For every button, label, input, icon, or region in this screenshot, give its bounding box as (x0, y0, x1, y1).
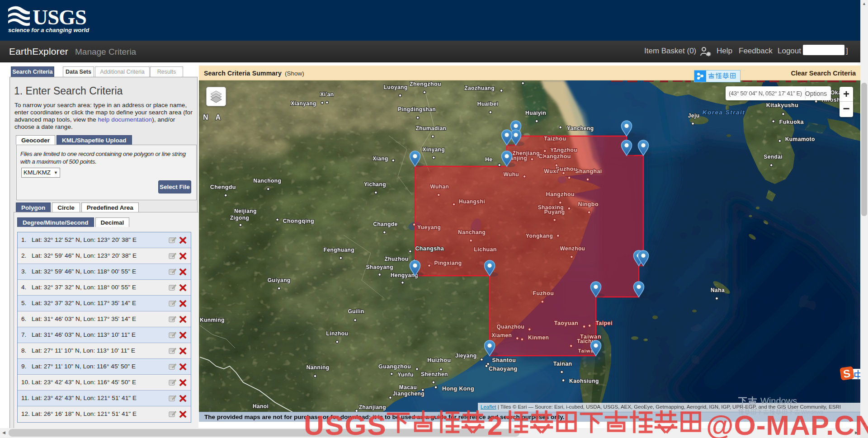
svg-text:Zhanjiang: Zhanjiang (359, 404, 386, 410)
svg-text:Chengdu: Chengdu (210, 184, 236, 190)
svg-text:Taoyuan: Taoyuan (554, 320, 578, 326)
svg-text:Neijiang: Neijiang (234, 208, 257, 214)
svg-text:Yichang: Yichang (364, 181, 386, 188)
svg-text:Puyang: Puyang (544, 209, 565, 215)
svg-text:Xinyang: Xinyang (423, 146, 445, 153)
svg-text:Hangzhou: Hangzhou (546, 191, 575, 198)
svg-text:Taipei: Taipei (595, 320, 613, 326)
svg-text:Pingxiang: Pingxiang (434, 260, 462, 266)
svg-text:Wuhu: Wuhu (503, 171, 519, 178)
svg-text:Yongkang: Yongkang (526, 233, 553, 239)
svg-text:science for a changing world: science for a changing world (8, 27, 90, 33)
svg-text:Kunming: Kunming (200, 317, 225, 323)
svg-text:Xianyang: Xianyang (291, 100, 316, 107)
svg-text:Ningbo: Ningbo (578, 201, 598, 207)
svg-text:Guangzhou: Guangzhou (378, 363, 411, 370)
svg-text:Macau: Macau (399, 384, 417, 391)
svg-text:Pingdingshan: Pingdingshan (398, 106, 436, 113)
svg-text:Kaohsiung: Kaohsiung (569, 378, 599, 384)
svg-text:Suzhou: Suzhou (556, 166, 577, 172)
svg-text:Kitakyushu: Kitakyushu (766, 102, 798, 108)
svg-text:Chaoyang: Chaoyang (489, 366, 518, 372)
svg-text:Huizhou: Huizhou (427, 357, 451, 363)
svg-text:Yueyang: Yueyang (417, 224, 441, 231)
svg-text:Taiwan: Taiwan (580, 334, 601, 340)
svg-text:Fukuoka: Fukuoka (779, 119, 804, 125)
svg-text:Changde: Changde (373, 221, 397, 227)
svg-text:Changsha: Changsha (415, 245, 444, 252)
svg-text:Jieyang: Jieyang (455, 353, 477, 359)
svg-text:Xiang: Xiang (373, 155, 388, 162)
svg-text:Nanchang: Nanchang (458, 229, 486, 235)
svg-text:Zhuzhou: Zhuzhou (385, 256, 409, 262)
svg-text:Jeju: Jeju (688, 113, 700, 119)
svg-text:Jiangcheng: Jiangcheng (392, 391, 425, 397)
svg-text:Quanzhou: Quanzhou (496, 324, 524, 330)
svg-text:Changzhou: Changzhou (538, 153, 571, 160)
svg-text:Zhenjiang: Zhenjiang (513, 150, 540, 156)
svg-text:Nanchong: Nanchong (253, 178, 281, 184)
svg-text:Nanning: Nanning (307, 364, 330, 371)
svg-text:USGS: USGS (33, 5, 86, 29)
svg-text:Lichuan: Lichuan (474, 246, 497, 253)
svg-text:Fuzhou: Fuzhou (533, 290, 554, 297)
svg-text:Zaozhuang: Zaozhuang (464, 85, 495, 91)
svg-text:Xiamen: Xiamen (491, 332, 512, 339)
svg-text:Hong Kong: Hong Kong (442, 386, 474, 392)
svg-text:Guilin: Guilin (348, 308, 364, 315)
svg-text:Huangshi: Huangshi (459, 198, 485, 205)
svg-text:Hanoi: Hanoi (253, 403, 269, 410)
svg-text:Sendai: Sendai (764, 154, 783, 160)
svg-text:Zhengzhou: Zhengzhou (410, 81, 441, 87)
svg-text:Guiyang: Guiyang (268, 277, 291, 283)
svg-text:Huaiyin: Huaiyin (525, 110, 546, 116)
svg-text:Taizhou: Taizhou (544, 136, 566, 142)
svg-text:Wuxi: Wuxi (544, 168, 558, 174)
svg-text:Shaoyang: Shaoyang (366, 264, 393, 270)
svg-text:Yunfu: Yunfu (397, 372, 413, 378)
svg-text:He: He (485, 156, 493, 163)
svg-text:Shantou: Shantou (492, 357, 516, 363)
svg-text:Fenghuang: Fenghuang (324, 247, 354, 253)
svg-text:Xi'an: Xi'an (320, 91, 334, 98)
svg-text:Linzhou: Linzhou (326, 330, 349, 337)
svg-text:Yancheng: Yancheng (567, 125, 594, 132)
svg-text:Huaibei: Huaibei (477, 101, 498, 107)
svg-text:Kinmen: Kinmen (528, 334, 549, 341)
svg-text:Luoyang: Luoyang (384, 84, 408, 90)
svg-text:Shenzhen: Shenzhen (421, 371, 448, 377)
svg-text:Shanghai: Shanghai (575, 168, 602, 174)
svg-text:Wuhan: Wuhan (430, 184, 449, 190)
svg-text:Zhumadian: Zhumadian (416, 125, 447, 132)
svg-text:Korea Strait: Korea Strait (703, 109, 745, 116)
svg-text:Kumamoto: Kumamoto (785, 136, 815, 142)
svg-text:Naha: Naha (711, 287, 725, 293)
svg-text:Wenzhou: Wenzhou (560, 245, 585, 252)
svg-text:Tainan: Tainan (553, 361, 572, 367)
svg-text:Zigong: Zigong (230, 215, 249, 221)
svg-text:Chongqing: Chongqing (283, 218, 315, 224)
svg-text:N A: N A (203, 113, 223, 121)
